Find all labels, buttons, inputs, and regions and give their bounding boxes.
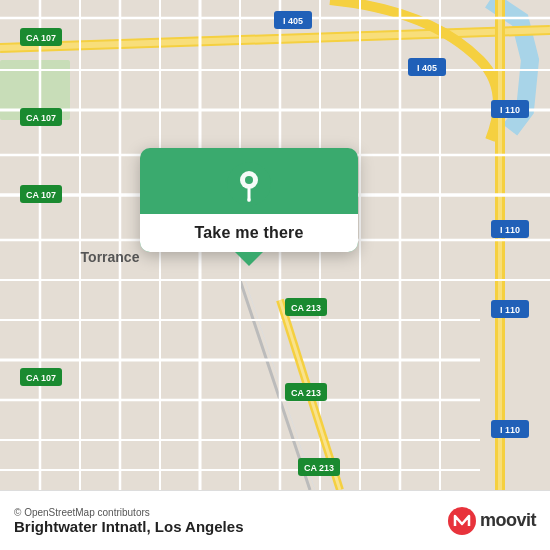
svg-point-63 [247,198,251,202]
svg-text:I 405: I 405 [283,16,303,26]
svg-text:CA 107: CA 107 [26,33,56,43]
svg-text:I 405: I 405 [417,63,437,73]
svg-text:CA 213: CA 213 [291,388,321,398]
moovit-text: moovit [480,510,536,531]
popup-card: Take me there [140,148,358,252]
svg-point-62 [245,176,253,184]
map-container: I 405 I 405 I 110 I 110 I 110 I 110 CA 1… [0,0,550,490]
bottom-bar: © OpenStreetMap contributors Brightwater… [0,490,550,550]
location-pin-icon [227,162,271,206]
svg-text:I 110: I 110 [500,425,520,435]
take-me-there-button[interactable]: Take me there [140,214,358,252]
svg-text:CA 107: CA 107 [26,373,56,383]
svg-text:Torrance: Torrance [81,249,140,265]
svg-text:I 110: I 110 [500,305,520,315]
svg-text:I 110: I 110 [500,105,520,115]
location-info: © OpenStreetMap contributors Brightwater… [14,507,243,535]
location-name: Brightwater Intnatl, Los Angeles [14,518,243,535]
svg-text:CA 213: CA 213 [304,463,334,473]
moovit-icon [448,507,476,535]
svg-text:CA 213: CA 213 [291,303,321,313]
map-attribution: © OpenStreetMap contributors [14,507,243,518]
svg-text:CA 107: CA 107 [26,190,56,200]
moovit-logo: moovit [448,507,536,535]
svg-text:I 110: I 110 [500,225,520,235]
svg-text:CA 107: CA 107 [26,113,56,123]
